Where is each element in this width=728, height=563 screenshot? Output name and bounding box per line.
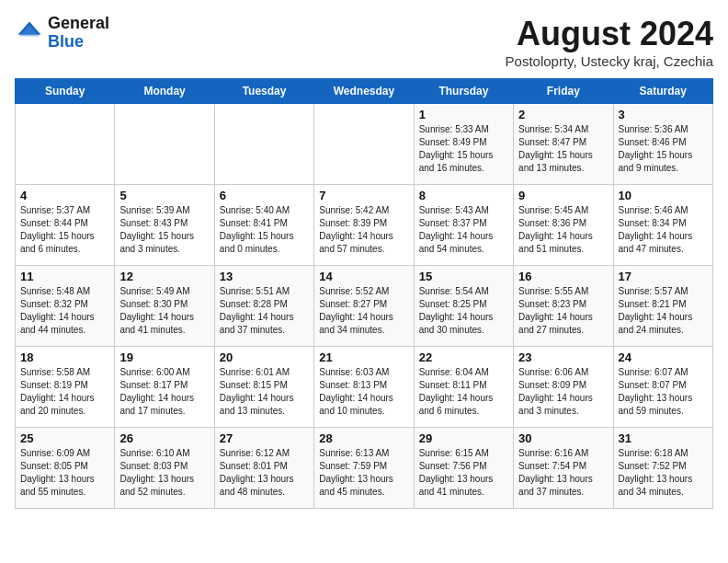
day-info: Sunrise: 5:58 AM Sunset: 8:19 PM Dayligh… — [20, 366, 109, 418]
day-info: Sunrise: 5:43 AM Sunset: 8:37 PM Dayligh… — [419, 204, 508, 256]
day-number: 1 — [419, 108, 508, 121]
day-number: 5 — [119, 189, 209, 202]
calendar-cell: 15Sunrise: 5:54 AM Sunset: 8:25 PM Dayli… — [414, 266, 513, 347]
calendar-cell: 24Sunrise: 6:07 AM Sunset: 8:07 PM Dayli… — [613, 347, 712, 428]
day-of-week-header: Tuesday — [214, 79, 313, 104]
calendar-cell: 9Sunrise: 5:45 AM Sunset: 8:36 PM Daylig… — [514, 185, 613, 266]
calendar-cell: 11Sunrise: 5:48 AM Sunset: 8:32 PM Dayli… — [16, 266, 115, 347]
calendar-week-row: 11Sunrise: 5:48 AM Sunset: 8:32 PM Dayli… — [16, 266, 713, 347]
calendar-cell: 6Sunrise: 5:40 AM Sunset: 8:41 PM Daylig… — [214, 185, 313, 266]
day-number: 21 — [319, 350, 408, 364]
day-number: 13 — [220, 270, 309, 283]
calendar-header-row: SundayMondayTuesdayWednesdayThursdayFrid… — [16, 79, 713, 104]
day-info: Sunrise: 5:36 AM Sunset: 8:46 PM Dayligh… — [619, 123, 708, 175]
day-of-week-header: Saturday — [613, 79, 712, 104]
calendar-cell: 22Sunrise: 6:04 AM Sunset: 8:11 PM Dayli… — [414, 347, 513, 428]
month-title: August 2024 — [506, 15, 713, 53]
calendar-cell: 20Sunrise: 6:01 AM Sunset: 8:15 PM Dayli… — [214, 347, 313, 428]
calendar-cell: 17Sunrise: 5:57 AM Sunset: 8:21 PM Dayli… — [613, 266, 712, 347]
calendar-table: SundayMondayTuesdayWednesdayThursdayFrid… — [15, 78, 713, 509]
day-number: 19 — [119, 350, 209, 364]
calendar-cell: 10Sunrise: 5:46 AM Sunset: 8:34 PM Dayli… — [613, 185, 712, 266]
calendar-cell — [314, 104, 414, 185]
day-number: 14 — [319, 270, 408, 283]
day-number: 28 — [319, 431, 408, 445]
calendar-week-row: 4Sunrise: 5:37 AM Sunset: 8:44 PM Daylig… — [16, 185, 713, 266]
day-number: 3 — [619, 108, 708, 121]
day-number: 12 — [119, 270, 209, 283]
day-number: 25 — [20, 431, 109, 445]
calendar-cell: 19Sunrise: 6:00 AM Sunset: 8:17 PM Dayli… — [115, 347, 214, 428]
day-number: 26 — [119, 431, 209, 445]
day-number: 22 — [419, 350, 508, 364]
day-number: 16 — [518, 270, 608, 283]
calendar-body: 1Sunrise: 5:33 AM Sunset: 8:49 PM Daylig… — [16, 104, 713, 509]
day-number: 30 — [518, 431, 608, 445]
logo: General Blue — [15, 15, 109, 52]
day-number: 4 — [20, 189, 109, 202]
day-number: 9 — [518, 189, 608, 202]
calendar-cell: 4Sunrise: 5:37 AM Sunset: 8:44 PM Daylig… — [16, 185, 115, 266]
calendar-cell — [115, 104, 214, 185]
day-info: Sunrise: 6:09 AM Sunset: 8:05 PM Dayligh… — [20, 447, 109, 499]
day-info: Sunrise: 5:48 AM Sunset: 8:32 PM Dayligh… — [20, 285, 109, 337]
calendar-week-row: 18Sunrise: 5:58 AM Sunset: 8:19 PM Dayli… — [16, 347, 713, 428]
calendar-cell: 25Sunrise: 6:09 AM Sunset: 8:05 PM Dayli… — [16, 428, 115, 509]
calendar-cell: 13Sunrise: 5:51 AM Sunset: 8:28 PM Dayli… — [214, 266, 313, 347]
day-of-week-header: Wednesday — [314, 79, 414, 104]
day-info: Sunrise: 6:10 AM Sunset: 8:03 PM Dayligh… — [119, 447, 209, 499]
day-of-week-header: Friday — [514, 79, 613, 104]
day-info: Sunrise: 6:04 AM Sunset: 8:11 PM Dayligh… — [419, 366, 508, 418]
day-info: Sunrise: 5:46 AM Sunset: 8:34 PM Dayligh… — [619, 204, 708, 256]
calendar-cell: 5Sunrise: 5:39 AM Sunset: 8:43 PM Daylig… — [115, 185, 214, 266]
day-info: Sunrise: 5:49 AM Sunset: 8:30 PM Dayligh… — [119, 285, 209, 337]
calendar-cell: 7Sunrise: 5:42 AM Sunset: 8:39 PM Daylig… — [314, 185, 414, 266]
day-info: Sunrise: 6:13 AM Sunset: 7:59 PM Dayligh… — [319, 447, 408, 499]
calendar-cell: 21Sunrise: 6:03 AM Sunset: 8:13 PM Dayli… — [314, 347, 414, 428]
day-number: 29 — [419, 431, 508, 445]
day-number: 2 — [518, 108, 608, 121]
calendar-cell: 23Sunrise: 6:06 AM Sunset: 8:09 PM Dayli… — [514, 347, 613, 428]
day-number: 11 — [20, 270, 109, 283]
calendar-cell: 14Sunrise: 5:52 AM Sunset: 8:27 PM Dayli… — [314, 266, 414, 347]
day-number: 20 — [220, 350, 309, 364]
calendar-cell: 18Sunrise: 5:58 AM Sunset: 8:19 PM Dayli… — [16, 347, 115, 428]
logo-icon — [15, 18, 44, 48]
day-number: 6 — [220, 189, 309, 202]
calendar-cell: 8Sunrise: 5:43 AM Sunset: 8:37 PM Daylig… — [414, 185, 513, 266]
logo-blue-text: Blue — [48, 32, 84, 51]
calendar-week-row: 25Sunrise: 6:09 AM Sunset: 8:05 PM Dayli… — [16, 428, 713, 509]
calendar-cell: 31Sunrise: 6:18 AM Sunset: 7:52 PM Dayli… — [613, 428, 712, 509]
day-info: Sunrise: 6:07 AM Sunset: 8:07 PM Dayligh… — [619, 366, 708, 418]
day-info: Sunrise: 5:45 AM Sunset: 8:36 PM Dayligh… — [518, 204, 608, 256]
calendar-cell: 16Sunrise: 5:55 AM Sunset: 8:23 PM Dayli… — [514, 266, 613, 347]
calendar-cell — [214, 104, 313, 185]
title-block: August 2024 Postoloprty, Ustecky kraj, C… — [506, 15, 713, 69]
day-info: Sunrise: 5:57 AM Sunset: 8:21 PM Dayligh… — [619, 285, 708, 337]
day-of-week-header: Monday — [115, 79, 214, 104]
day-info: Sunrise: 5:52 AM Sunset: 8:27 PM Dayligh… — [319, 285, 408, 337]
calendar-cell: 12Sunrise: 5:49 AM Sunset: 8:30 PM Dayli… — [115, 266, 214, 347]
day-info: Sunrise: 6:01 AM Sunset: 8:15 PM Dayligh… — [220, 366, 309, 418]
day-number: 10 — [619, 189, 708, 202]
calendar-cell: 1Sunrise: 5:33 AM Sunset: 8:49 PM Daylig… — [414, 104, 513, 185]
calendar-cell: 28Sunrise: 6:13 AM Sunset: 7:59 PM Dayli… — [314, 428, 414, 509]
day-number: 7 — [319, 189, 408, 202]
day-number: 23 — [518, 350, 608, 364]
day-info: Sunrise: 5:51 AM Sunset: 8:28 PM Dayligh… — [220, 285, 309, 337]
day-info: Sunrise: 6:03 AM Sunset: 8:13 PM Dayligh… — [319, 366, 408, 418]
day-number: 31 — [619, 431, 708, 445]
day-number: 8 — [419, 189, 508, 202]
calendar-cell: 2Sunrise: 5:34 AM Sunset: 8:47 PM Daylig… — [514, 104, 613, 185]
day-of-week-header: Thursday — [414, 79, 513, 104]
day-info: Sunrise: 6:16 AM Sunset: 7:54 PM Dayligh… — [518, 447, 608, 499]
page-header: General Blue August 2024 Postoloprty, Us… — [15, 15, 713, 69]
day-number: 24 — [619, 350, 708, 364]
day-info: Sunrise: 5:39 AM Sunset: 8:43 PM Dayligh… — [119, 204, 209, 256]
day-number: 27 — [220, 431, 309, 445]
day-of-week-header: Sunday — [16, 79, 115, 104]
location-subtitle: Postoloprty, Ustecky kraj, Czechia — [506, 53, 713, 69]
day-number: 17 — [619, 270, 708, 283]
day-info: Sunrise: 5:34 AM Sunset: 8:47 PM Dayligh… — [518, 123, 608, 175]
day-info: Sunrise: 6:18 AM Sunset: 7:52 PM Dayligh… — [619, 447, 708, 499]
